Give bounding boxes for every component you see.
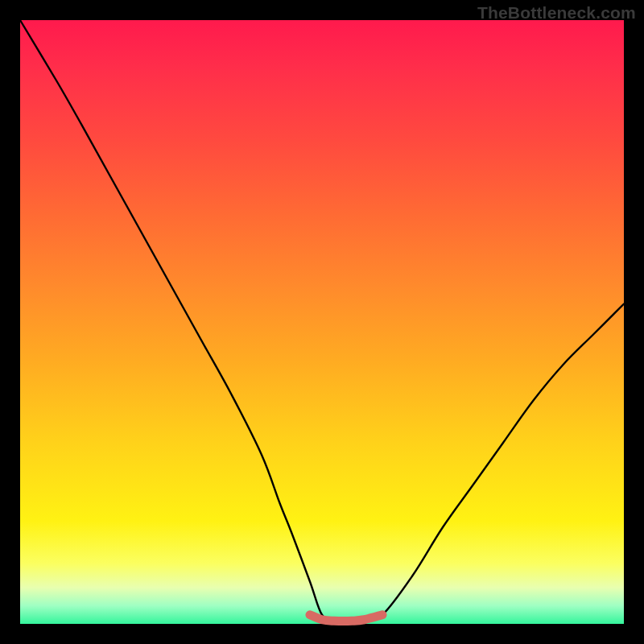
flat-segment — [310, 615, 382, 621]
watermark-text: TheBottleneck.com — [477, 3, 636, 23]
chart-frame: TheBottleneck.com — [0, 0, 644, 644]
plot-area — [20, 20, 624, 624]
main-curve — [20, 20, 624, 621]
curve-layer — [20, 20, 624, 624]
